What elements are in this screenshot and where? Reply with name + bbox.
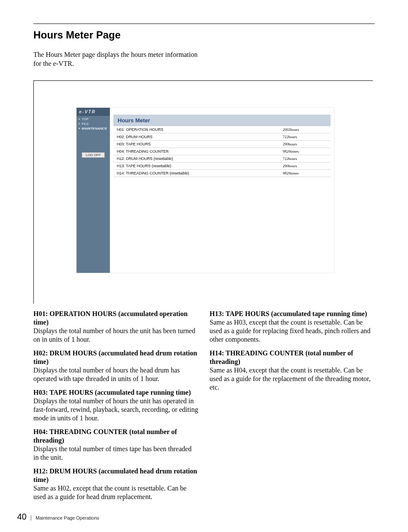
meter-label: H12: DRUM HOURS (resettable) [113,155,279,162]
tab-bar [110,108,334,115]
footer-label: Maintenance Page Operations [31,515,99,520]
desc-item: H14: THREADING COUNTER (total number of … [210,349,375,392]
desc-item: H12: DRUM HOURS (accumulated head drum r… [33,467,198,501]
desc-item: H03: TAPE HOURS (accumulated tape runnin… [33,388,198,423]
desc-body: Displays the total number of hours the u… [33,397,198,423]
arrow-right-icon: ▸ [79,122,80,125]
table-row: H01: OPERATION HOURS 2002hours [113,126,331,133]
logoff-button[interactable]: LOG OFF [82,152,104,158]
top-rule [33,24,375,24]
desc-body: Displays the total number of hours the h… [33,366,198,383]
meter-label: H04: THREADING COUNTER [113,148,279,155]
brand-label: e-VTR [77,108,110,116]
meter-value: 2002hours [279,126,331,133]
meter-value: 722hours [279,133,331,140]
screenshot-figure: e-VTR ▸ TOP ▸ FILE ▸ MAINTENANCE [33,80,373,304]
table-row: H14: THREADING COUNTER (resettable) 9829… [113,169,331,177]
meter-label: H14: THREADING COUNTER (resettable) [113,169,279,177]
desc-heading: H01: OPERATION HOURS (accumulated operat… [33,310,198,327]
nav-item-file[interactable]: ▸ FILE [77,121,110,126]
meter-value: 9829times [279,148,331,155]
desc-heading: H14: THREADING COUNTER (total number of … [210,349,375,366]
main-panel: Hours Meter H01: OPERATION HOURS 2002hou… [110,108,334,273]
table-row: H13: TAPE HOURS (resettable) 290hours [113,162,331,169]
meter-value: 9829times [279,169,331,177]
panel-title: Hours Meter [113,115,331,126]
hours-meter-table: H01: OPERATION HOURS 2002hours H02: DRUM… [113,126,331,177]
hours-meter-panel: Hours Meter H01: OPERATION HOURS 2002hou… [113,115,331,177]
nav-item-top[interactable]: ▸ TOP [77,117,110,121]
meter-label: H02: DRUM HOURS [113,133,279,140]
desc-item: H01: OPERATION HOURS (accumulated operat… [33,310,198,344]
desc-heading: H04: THREADING COUNTER (total number of … [33,428,198,445]
desc-heading: H12: DRUM HOURS (accumulated head drum r… [33,467,198,484]
app-window: e-VTR ▸ TOP ▸ FILE ▸ MAINTENANCE [77,108,334,273]
section-title: Hours Meter Page [33,29,375,41]
sidebar: e-VTR ▸ TOP ▸ FILE ▸ MAINTENANCE [77,108,110,273]
right-column: H13: TAPE HOURS (accumulated tape runnin… [210,310,375,506]
desc-body: Displays the total number of hours the u… [33,327,198,344]
desc-item: H02: DRUM HOURS (accumulated head drum r… [33,349,198,383]
table-row: H12: DRUM HOURS (resettable) 722hours [113,155,331,162]
nav-item-label: FILE [82,122,89,126]
desc-body: Same as H04, except that the count is re… [210,366,375,392]
page-footer: 40 Maintenance Page Operations [17,512,99,522]
nav-item-label: MAINTENANCE [82,127,107,130]
meter-label: H03: TAPE HOURS [113,140,279,148]
table-row: H03: TAPE HOURS 290hours [113,140,331,148]
desc-body: Same as H02, except that the count is re… [33,484,198,501]
desc-heading: H02: DRUM HOURS (accumulated head drum r… [33,349,198,366]
description-columns: H01: OPERATION HOURS (accumulated operat… [33,310,375,506]
page-number: 40 [17,512,27,522]
table-row: H02: DRUM HOURS 722hours [113,133,331,140]
arrow-right-icon: ▸ [79,127,80,130]
meter-value: 290hours [279,140,331,148]
desc-body: Displays the total number of times tape … [33,445,198,462]
nav-item-label: TOP [82,117,89,121]
desc-heading: H13: TAPE HOURS (accumulated tape runnin… [210,310,375,318]
left-column: H01: OPERATION HOURS (accumulated operat… [33,310,198,506]
desc-body: Same as H03, except that the count is re… [210,318,375,344]
desc-heading: H03: TAPE HOURS (accumulated tape runnin… [33,388,198,397]
nav-item-maintenance[interactable]: ▸ MAINTENANCE [77,126,110,131]
table-row: H04: THREADING COUNTER 9829times [113,148,331,155]
meter-value: 722hours [279,155,331,162]
meter-value: 290hours [279,162,331,169]
nav-list: ▸ TOP ▸ FILE ▸ MAINTENANCE [77,116,110,132]
arrow-right-icon: ▸ [79,117,80,121]
desc-item: H04: THREADING COUNTER (total number of … [33,428,198,462]
desc-item: H13: TAPE HOURS (accumulated tape runnin… [210,310,375,344]
intro-text: The Hours Meter page displays the hours … [33,50,204,68]
meter-label: H01: OPERATION HOURS [113,126,279,133]
meter-label: H13: TAPE HOURS (resettable) [113,162,279,169]
